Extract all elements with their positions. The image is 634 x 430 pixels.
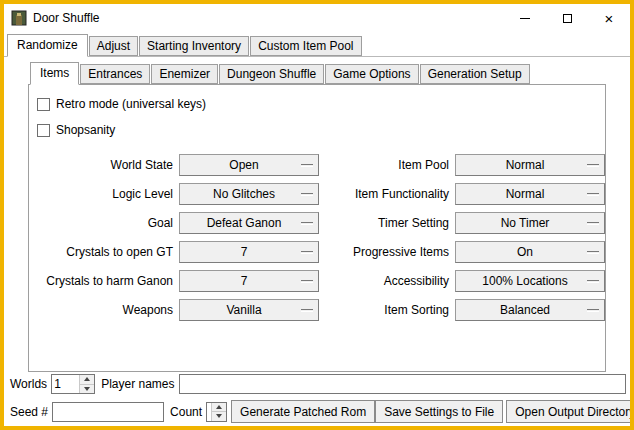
tab-dungeon-shuffle[interactable]: Dungeon Shuffle — [219, 64, 324, 84]
dropdown-indicator-icon — [301, 164, 313, 167]
items-tab-pane: Retro mode (universal keys) Shopsanity W… — [28, 84, 606, 372]
minimize-icon — [520, 18, 530, 19]
worlds-label: Worlds — [10, 377, 47, 391]
worlds-input[interactable] — [52, 375, 79, 393]
tab-custom-item-pool[interactable]: Custom Item Pool — [250, 36, 361, 56]
app-icon[interactable] — [11, 10, 27, 26]
player-names-input[interactable] — [179, 374, 627, 394]
count-stepper[interactable] — [206, 402, 227, 422]
worlds-row: Worlds Player names — [4, 373, 630, 395]
item-pool-label: Item Pool — [325, 158, 449, 172]
checkbox-icon — [37, 124, 50, 137]
seed-input[interactable] — [52, 402, 164, 422]
item-sorting-label: Item Sorting — [325, 303, 449, 317]
count-spin-buttons — [211, 403, 226, 421]
close-button[interactable]: × — [588, 4, 630, 32]
footer-right-buttons: Save Settings to File Open Output Direct… — [375, 400, 634, 423]
tab-enemizer[interactable]: Enemizer — [151, 64, 218, 84]
spin-down-button[interactable] — [212, 411, 226, 421]
close-icon: × — [605, 11, 614, 26]
maximize-icon — [563, 14, 572, 23]
item-pool-dropdown[interactable]: Normal — [455, 154, 605, 176]
arrow-down-icon — [216, 414, 222, 418]
crystals-harm-ganon-dropdown[interactable]: 7 — [179, 270, 319, 292]
spin-down-button[interactable] — [80, 384, 94, 394]
retro-mode-label: Retro mode (universal keys) — [56, 97, 206, 111]
checkbox-icon — [37, 98, 50, 111]
tab-randomize[interactable]: Randomize — [7, 34, 88, 57]
open-output-directory-button[interactable]: Open Output Directory — [506, 400, 634, 423]
settings-grid: World State Open Item Pool Normal Logic … — [35, 154, 605, 321]
dropdown-indicator-icon — [301, 193, 313, 196]
tab-entrances[interactable]: Entrances — [80, 64, 150, 84]
tab-generation-setup[interactable]: Generation Setup — [420, 64, 530, 84]
window-title: Door Shuffle — [33, 11, 100, 25]
progressive-items-dropdown[interactable]: On — [455, 241, 605, 263]
goal-dropdown[interactable]: Defeat Ganon — [179, 212, 319, 234]
item-functionality-label: Item Functionality — [325, 187, 449, 201]
generate-patched-rom-button[interactable]: Generate Patched Rom — [231, 400, 375, 423]
seed-row: Seed # Count Generate Patched Rom Save S… — [4, 400, 630, 423]
shopsanity-label: Shopsanity — [56, 123, 115, 137]
maximize-button[interactable] — [546, 4, 588, 32]
player-names-label: Player names — [101, 377, 174, 391]
arrow-down-icon — [84, 387, 90, 391]
arrow-up-icon — [216, 405, 222, 409]
goal-label: Goal — [35, 216, 173, 230]
worlds-spin-buttons — [79, 375, 94, 393]
tab-items[interactable]: Items — [30, 62, 79, 85]
timer-setting-dropdown[interactable]: No Timer — [455, 212, 605, 234]
dropdown-indicator-icon — [301, 222, 313, 225]
worlds-stepper[interactable] — [51, 374, 95, 394]
timer-setting-label: Timer Setting — [325, 216, 449, 230]
progressive-items-label: Progressive Items — [325, 245, 449, 259]
accessibility-dropdown[interactable]: 100% Locations — [455, 270, 605, 292]
logic-level-dropdown[interactable]: No Glitches — [179, 183, 319, 205]
minimize-button[interactable] — [504, 4, 546, 32]
crystals-open-gt-label: Crystals to open GT — [35, 245, 173, 259]
accessibility-label: Accessibility — [325, 274, 449, 288]
item-functionality-dropdown[interactable]: Normal — [455, 183, 605, 205]
count-label: Count — [170, 405, 202, 419]
weapons-dropdown[interactable]: Vanilla — [179, 299, 319, 321]
dropdown-indicator-icon — [301, 251, 313, 254]
titlebar: Door Shuffle × — [4, 4, 630, 32]
dropdown-indicator-icon — [587, 222, 599, 225]
dropdown-indicator-icon — [587, 251, 599, 254]
dropdown-indicator-icon — [587, 280, 599, 283]
dropdown-indicator-icon — [587, 309, 599, 312]
tab-starting-inventory[interactable]: Starting Inventory — [139, 36, 249, 56]
world-state-label: World State — [35, 158, 173, 172]
dropdown-indicator-icon — [301, 309, 313, 312]
world-state-dropdown[interactable]: Open — [179, 154, 319, 176]
spin-up-button[interactable] — [212, 403, 226, 412]
shopsanity-checkbox[interactable]: Shopsanity — [37, 121, 605, 139]
tab-game-options[interactable]: Game Options — [325, 64, 418, 84]
retro-mode-checkbox[interactable]: Retro mode (universal keys) — [37, 95, 605, 113]
dropdown-indicator-icon — [587, 164, 599, 167]
window-controls: × — [504, 4, 630, 32]
crystals-harm-ganon-label: Crystals to harm Ganon — [35, 274, 173, 288]
dropdown-indicator-icon — [587, 193, 599, 196]
seed-label: Seed # — [10, 405, 48, 419]
weapons-label: Weapons — [35, 303, 173, 317]
crystals-open-gt-dropdown[interactable]: 7 — [179, 241, 319, 263]
save-settings-button[interactable]: Save Settings to File — [375, 400, 503, 423]
app-window: Door Shuffle × Randomize Adjust Starting… — [0, 0, 634, 430]
logic-level-label: Logic Level — [35, 187, 173, 201]
outer-tabbar: Randomize Adjust Starting Inventory Cust… — [4, 34, 630, 57]
arrow-up-icon — [84, 377, 90, 381]
tab-adjust[interactable]: Adjust — [89, 36, 138, 56]
dropdown-indicator-icon — [301, 280, 313, 283]
item-sorting-dropdown[interactable]: Balanced — [455, 299, 605, 321]
inner-tabbar: Items Entrances Enemizer Dungeon Shuffle… — [30, 62, 610, 84]
spin-up-button[interactable] — [80, 375, 94, 384]
